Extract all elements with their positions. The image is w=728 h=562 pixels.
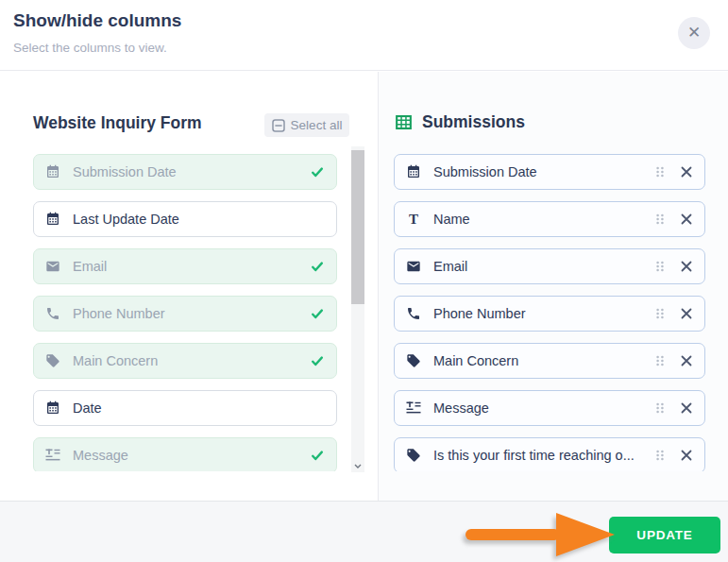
envelope-icon xyxy=(45,259,60,274)
column-item[interactable]: Main Concern xyxy=(33,343,337,379)
table-icon xyxy=(394,112,414,132)
close-icon: ✕ xyxy=(687,24,701,42)
column-label: Message xyxy=(73,448,128,463)
column-label: Phone Number xyxy=(73,306,165,321)
column-item[interactable]: Last Update Date xyxy=(33,201,337,237)
check-icon xyxy=(310,353,325,368)
scrollbar-down-arrow-icon[interactable] xyxy=(353,462,363,471)
calendar-icon xyxy=(45,400,60,416)
column-item[interactable]: Name xyxy=(394,201,705,237)
remove-column-button[interactable] xyxy=(680,213,693,226)
long-text-icon xyxy=(45,448,60,463)
column-label: Phone Number xyxy=(433,306,526,321)
calendar-icon xyxy=(45,164,60,179)
check-icon xyxy=(310,259,325,274)
show-hide-columns-modal: Show/hide columns Select the columns to … xyxy=(0,0,728,562)
select-all-label: Select all xyxy=(291,118,343,132)
remove-column-button[interactable] xyxy=(680,401,693,415)
modal-footer: UPDATE xyxy=(0,501,728,562)
form-columns-list: Submission Date Last Update Date Email P… xyxy=(33,154,339,471)
submissions-panel-title: Submissions xyxy=(422,112,525,132)
update-button[interactable]: UPDATE xyxy=(609,517,720,553)
drag-handle-icon[interactable] xyxy=(653,401,667,415)
column-item[interactable]: Email xyxy=(394,248,705,284)
column-item[interactable]: Email xyxy=(33,248,337,284)
drag-handle-icon[interactable] xyxy=(653,449,667,462)
envelope-icon xyxy=(406,259,421,274)
select-all-button[interactable]: Select all xyxy=(264,113,349,137)
checkbox-indeterminate-icon xyxy=(272,119,285,132)
column-label: Main Concern xyxy=(433,353,518,368)
calendar-icon xyxy=(45,212,60,227)
modal-header: Show/hide columns Select the columns to … xyxy=(0,0,728,71)
drag-handle-icon[interactable] xyxy=(653,213,667,226)
remove-column-button[interactable] xyxy=(680,307,693,320)
drag-handle-icon[interactable] xyxy=(653,165,667,179)
drag-handle-icon[interactable] xyxy=(653,260,667,273)
check-icon xyxy=(310,306,325,321)
long-text-icon xyxy=(406,400,421,416)
column-label: Name xyxy=(433,212,470,227)
column-item[interactable]: Message xyxy=(394,390,705,426)
scrollbar-track[interactable] xyxy=(351,146,364,472)
column-item[interactable]: Phone Number xyxy=(33,296,337,332)
column-label: Submission Date xyxy=(433,164,537,179)
column-label: Date xyxy=(73,400,102,416)
column-label: Last Update Date xyxy=(73,212,179,227)
remove-column-button[interactable] xyxy=(680,354,693,367)
column-item[interactable]: Message xyxy=(33,437,337,471)
form-panel-title: Website Inquiry Form xyxy=(33,113,202,133)
calendar-icon xyxy=(406,164,421,179)
submissions-panel-header: Submissions xyxy=(394,112,525,132)
column-item[interactable]: Submission Date xyxy=(33,154,337,190)
text-icon xyxy=(406,212,421,227)
column-item[interactable]: Main Concern xyxy=(394,343,705,379)
drag-handle-icon[interactable] xyxy=(653,354,667,367)
column-label: Email xyxy=(73,259,107,274)
column-item[interactable]: Submission Date xyxy=(394,154,705,190)
annotation-arrow xyxy=(464,507,617,562)
remove-column-button[interactable] xyxy=(680,449,693,462)
column-item[interactable]: Phone Number xyxy=(394,296,705,332)
column-label: Email xyxy=(433,259,467,274)
modal-subtitle: Select the columns to view. xyxy=(13,41,167,55)
remove-column-button[interactable] xyxy=(680,260,693,273)
remove-column-button[interactable] xyxy=(680,165,693,179)
tag-icon xyxy=(406,353,421,368)
phone-icon xyxy=(406,306,421,321)
check-icon xyxy=(310,448,325,463)
tag-icon xyxy=(406,448,421,463)
column-label: Message xyxy=(433,400,489,416)
column-label: Main Concern xyxy=(73,353,158,368)
column-item[interactable]: Date xyxy=(33,390,337,426)
drag-handle-icon[interactable] xyxy=(653,307,667,320)
column-item[interactable]: Is this your first time reaching o... xyxy=(394,437,705,471)
page-title: Show/hide columns xyxy=(13,10,181,31)
check-icon xyxy=(310,164,325,179)
close-button[interactable]: ✕ xyxy=(678,17,710,49)
phone-icon xyxy=(45,306,60,321)
submissions-columns-list: Submission Date Name Email Phone Number xyxy=(394,154,706,471)
panel-divider xyxy=(378,72,379,501)
column-label: Submission Date xyxy=(73,164,177,179)
tag-icon xyxy=(45,353,60,368)
scrollbar-thumb[interactable] xyxy=(351,150,364,304)
column-label: Is this your first time reaching o... xyxy=(433,448,635,463)
